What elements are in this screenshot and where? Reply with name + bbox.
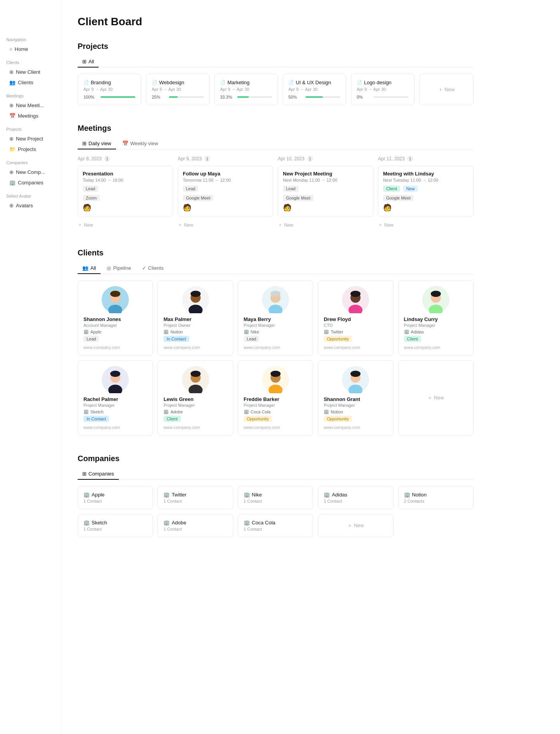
tab-daily-view[interactable]: ⊞ Daily view (78, 138, 116, 149)
company-card-sketch[interactable]: 🏢 Sketch 1 Contact (78, 514, 153, 537)
meeting-column: Apr 11, 2023 1 Meeting with Lindsay Next… (378, 156, 473, 230)
add-meeting-button[interactable]: ＋ New (278, 220, 373, 230)
project-card-ui-ux[interactable]: 📄 UI & UX Design Apr 9 → Apr 30 50% (283, 74, 346, 105)
sidebar-new-project-label: New Project (16, 136, 43, 142)
add-meeting-button[interactable]: ＋ New (178, 220, 273, 230)
client-avatar (404, 286, 468, 313)
company-name: 🏢 Coca Cola (244, 520, 307, 526)
sidebar-item-new-project[interactable]: ⊕ New Project (6, 134, 55, 144)
sidebar-item-clients[interactable]: 👥 Clients (6, 78, 55, 87)
client-card-shannon-grant[interactable]: Shannon Grant Project Manager 🏢 Notion O… (318, 360, 393, 436)
client-card-lewis-green[interactable]: Lewis Green Project Manager 🏢 Adobe Clie… (158, 360, 233, 436)
company-contacts: 1 Contact (324, 499, 387, 503)
sidebar-item-avatars[interactable]: ⊕ Avatars (6, 201, 55, 210)
project-dates: Apr 9 → Apr 30 (220, 87, 272, 92)
project-card-webdesign[interactable]: 📄 Webdesign Apr 9 → Apr 30 25% (146, 74, 210, 105)
progress-row: 0% (357, 95, 409, 99)
tab-clients-clients[interactable]: ✓ Clients (137, 263, 168, 274)
add-icon: ＋ New (427, 394, 444, 401)
company-name: 🏢 Adobe (163, 520, 227, 526)
add-company-button[interactable]: ＋ New (318, 514, 393, 537)
tool-badge: Zoom (83, 195, 100, 201)
svg-point-31 (270, 371, 281, 377)
building-icon: 🏢 (244, 492, 250, 498)
date-count: 1 (104, 156, 110, 162)
tab-clients-all[interactable]: 👥 All (78, 263, 101, 274)
meeting-tool: Google Meet (183, 193, 268, 201)
tool-badge: Google Meet (183, 195, 213, 201)
project-card-branding[interactable]: 📄 Branding Apr 9 → Apr 30 100% (78, 74, 141, 105)
client-card-freddie-barker[interactable]: Freddie Barker Project Manager 🏢 Coca Co… (238, 360, 313, 436)
meeting-time: Next Monday 11:00 → 12:00 (283, 178, 368, 182)
progress-row: 50% (288, 95, 340, 99)
sidebar-companies-section: Companies ⊕ New Comp... 🏢 Companies (6, 160, 55, 187)
add-client-button[interactable]: ＋ New (398, 360, 473, 436)
company-card-apple[interactable]: 🏢 Apple 1 Contact (78, 486, 153, 509)
sidebar-item-new-meeting[interactable]: ⊕ New Meeti... (6, 101, 55, 110)
company-card-adobe[interactable]: 🏢 Adobe 1 Contact (158, 514, 233, 537)
company-contacts: 2 Contacts (404, 499, 468, 503)
tab-companies-label: Companies (88, 471, 114, 477)
meeting-badges: Lead (83, 186, 168, 193)
meeting-card[interactable]: Meeting with Lindsay Next Tuesday 11:00 … (378, 166, 473, 217)
progress-label: 33.3% (220, 95, 234, 99)
progress-bar (305, 96, 340, 98)
company-card-nike[interactable]: 🏢 Nike 1 Contact (238, 486, 313, 509)
client-avatar (324, 366, 387, 393)
add-meeting-button[interactable]: ＋ New (78, 220, 173, 230)
meeting-title: Follow up Maya (183, 171, 268, 177)
client-website: www.company.com (83, 345, 120, 350)
projects-title: Projects (78, 42, 473, 51)
sidebar-new-company-label: New Comp... (16, 169, 45, 175)
doc-icon: 📄 (288, 80, 294, 85)
client-card-drew-floyd[interactable]: Drew Floyd CTO 🏢 Twitter Opportunity www… (318, 280, 393, 356)
client-card-max-palmer[interactable]: Max Palmer Project Owner 🏢 Notion In Con… (158, 280, 233, 356)
client-website: www.company.com (244, 345, 280, 350)
sidebar-item-home[interactable]: ○ Home (6, 44, 55, 54)
project-card-logo[interactable]: 📄 Logo design Apr 9 → Apr 30 0% (351, 74, 414, 105)
client-card-rachel-palmer[interactable]: Rachel Palmer Project Manager 🏢 Sketch I… (78, 360, 153, 436)
building-icon: 🏢 (83, 409, 89, 414)
sidebar-item-meetings[interactable]: 📅 Meetings (6, 111, 55, 121)
meeting-column: Apr 9, 2023 1 Follow up Maya Tomorrow 11… (178, 156, 273, 230)
company-card-notion[interactable]: 🏢 Notion 2 Contacts (398, 486, 473, 509)
sidebar-item-new-client[interactable]: ⊕ New Client (6, 67, 55, 77)
tab-projects-all[interactable]: ⊞ All (78, 56, 99, 68)
add-icon: ＋ (178, 222, 182, 228)
sidebar-item-projects[interactable]: 📁 Projects (6, 144, 55, 154)
progress-label: 50% (288, 95, 302, 99)
sidebar-home-label: Home (15, 46, 28, 52)
company-card-twitter[interactable]: 🏢 Twitter 1 Contact (158, 486, 233, 509)
meeting-badges: Lead (283, 186, 368, 193)
sidebar-item-new-company[interactable]: ⊕ New Comp... (6, 167, 55, 177)
meeting-column: Apr 10, 2023 1 New Project Meeting Next … (278, 156, 373, 230)
client-website: www.company.com (404, 345, 440, 350)
company-card-adidas[interactable]: 🏢 Adidas 1 Contact (318, 486, 393, 509)
meeting-card[interactable]: Follow up Maya Tomorrow 11:00 → 12:00 Le… (178, 166, 273, 217)
status-badge: Lead (183, 186, 198, 192)
client-card-lindsay-curry[interactable]: Lindsay Curry Project Manager 🏢 Adidas C… (398, 280, 473, 356)
clients-title: Clients (78, 248, 473, 257)
tab-clients-all-label: All (90, 265, 96, 271)
meeting-avatar: 🧑 (383, 203, 468, 212)
tab-clients-pipeline[interactable]: ◎ Pipeline (102, 263, 135, 274)
client-name: Shannon Grant (324, 396, 360, 402)
project-card-marketing[interactable]: 📄 Marketing Apr 9 → Apr 30 33.3% (214, 74, 278, 105)
company-name: 🏢 Twitter (163, 492, 227, 498)
client-card-maya-berry[interactable]: Maya Berry Project Manager 🏢 Nike Lead w… (238, 280, 313, 356)
client-card-shannon-jones[interactable]: Shannon Jones Account Manager 🏢 Apple Le… (78, 280, 153, 356)
meeting-card[interactable]: New Project Meeting Next Monday 11:00 → … (278, 166, 373, 217)
meeting-card[interactable]: Presentation Today 14:00 → 16:00 Lead Zo… (78, 166, 173, 217)
add-project-button[interactable]: ＋ New (419, 74, 473, 105)
companies-title: Companies (78, 454, 473, 463)
add-icon: ＋ New (438, 86, 455, 93)
add-meeting-button[interactable]: ＋ New (378, 220, 473, 230)
tab-companies[interactable]: ⊞ Companies (78, 469, 119, 480)
sidebar-item-companies[interactable]: 🏢 Companies (6, 178, 55, 187)
status-badge: Client (404, 336, 421, 342)
add-icon: ⊕ (9, 69, 14, 75)
tab-weekly-view[interactable]: 📅 Weekly view (118, 138, 163, 149)
tab-weekly-label: Weekly view (130, 141, 158, 146)
meetings-section: Meetings ⊞ Daily view 📅 Weekly view Apr … (78, 124, 473, 230)
company-card-coca-cola[interactable]: 🏢 Coca Cola 1 Contact (238, 514, 313, 537)
